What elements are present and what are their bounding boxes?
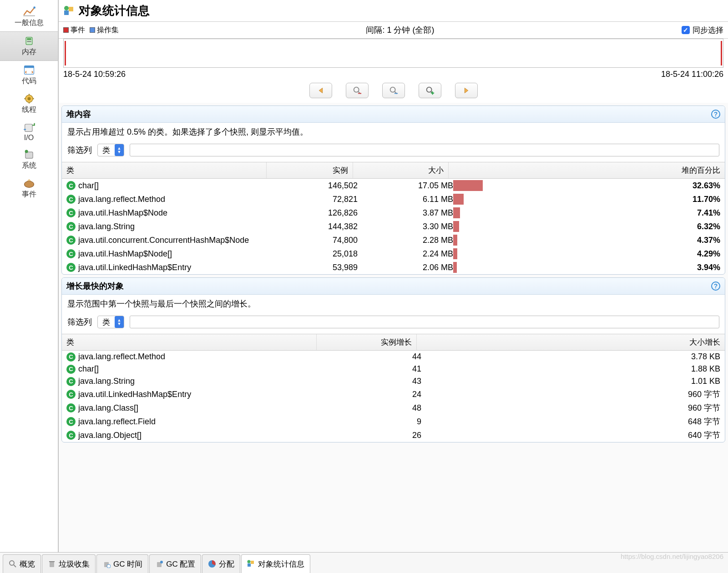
bottom-tabs: 概览 垃圾收集 GC 时间 GC 配置 分配 对象统计信息 — [0, 552, 728, 573]
pie-icon — [208, 560, 216, 568]
pct-bar — [453, 180, 483, 191]
sidebar-item-events[interactable]: 事件 — [0, 174, 58, 203]
sidebar-item-system[interactable]: 系统 — [0, 146, 58, 174]
svg-point-16 — [354, 87, 359, 92]
sidebar-item-label: 系统 — [22, 161, 36, 171]
tab-gc-config[interactable]: GC 配置 — [149, 554, 201, 573]
col-pct-header[interactable]: 堆的百分比 — [449, 162, 725, 178]
class-icon: C — [66, 249, 76, 258]
tab-gc[interactable]: 垃圾收集 — [42, 554, 96, 573]
svg-rect-22 — [50, 562, 54, 567]
opset-swatch-icon — [90, 27, 95, 33]
sync-select-checkbox[interactable]: ✓ 同步选择 — [682, 25, 723, 35]
event-swatch-icon — [63, 27, 69, 33]
sidebar-item-label: 事件 — [22, 190, 36, 199]
filter-input[interactable] — [130, 316, 719, 328]
nav-prev-button[interactable] — [309, 83, 332, 98]
class-icon: C — [66, 365, 76, 374]
class-icon: C — [66, 263, 76, 272]
tab-overview[interactable]: 概览 — [3, 554, 41, 573]
time-range-row: 18-5-24 10:59:26 18-5-24 11:00:26 — [59, 68, 728, 81]
svg-rect-19 — [394, 93, 397, 94]
sidebar-item-code[interactable]: 代码 — [0, 61, 58, 90]
svg-rect-1 — [23, 15, 35, 16]
timeline[interactable] — [63, 39, 723, 68]
tab-object-stats[interactable]: 对象统计信息 — [241, 554, 310, 573]
table-row[interactable]: Cjava.util.HashMap$Node[]25,0182.24 MB4.… — [62, 247, 725, 261]
io-icon — [23, 122, 35, 133]
svg-rect-23 — [49, 561, 55, 562]
sidebar-item-memory[interactable]: 内存 — [0, 31, 58, 61]
class-icon: C — [66, 222, 76, 231]
table-row[interactable]: Cjava.lang.String431.01 KB — [62, 375, 725, 387]
table-row[interactable]: Cjava.util.concurrent.ConcurrentHashMap$… — [62, 233, 725, 247]
start-time: 18-5-24 10:59:26 — [63, 70, 126, 79]
sidebar-item-label: I/O — [24, 134, 34, 142]
filter-input[interactable] — [130, 144, 719, 156]
filter-select[interactable]: 类 ▲▼ — [97, 316, 124, 328]
zoom-out-button[interactable] — [346, 83, 369, 98]
growth-panel: 增长最快的对象 ? 显示范围中第一个快照与最后一个快照之间的增长。 筛选列 类 … — [61, 277, 725, 442]
col-size-growth-header[interactable]: 大小增长 — [417, 334, 725, 350]
checkbox-checked-icon: ✓ — [682, 26, 690, 34]
page-title: 对象统计信息 — [79, 3, 150, 19]
pct-bar — [453, 235, 457, 246]
sidebar-item-io[interactable]: I/O — [0, 118, 58, 146]
svg-point-12 — [24, 181, 34, 187]
interval-row: 事件 操作集 间隔: 1 分钟 (全部) ✓ 同步选择 — [59, 22, 728, 39]
sidebar-item-label: 一般信息 — [15, 18, 44, 28]
zoom-in-button[interactable] — [419, 83, 441, 98]
table-row[interactable]: Cjava.lang.String144,3823.30 MB6.32% — [62, 220, 725, 233]
col-class-header[interactable]: 类 — [62, 334, 317, 350]
tab-allocation[interactable]: 分配 — [202, 554, 240, 573]
sidebar-item-label: 线程 — [22, 105, 36, 115]
select-arrows-icon: ▲▼ — [115, 144, 124, 156]
svg-rect-9 — [25, 124, 32, 131]
svg-point-21 — [10, 561, 14, 565]
class-icon: C — [66, 390, 76, 399]
class-icon: C — [66, 195, 76, 204]
table-row[interactable]: Cjava.lang.Object[]26640 字节 — [62, 428, 725, 442]
svg-point-11 — [25, 150, 28, 153]
svg-rect-13 — [64, 10, 69, 15]
svg-point-31 — [248, 560, 251, 563]
help-icon[interactable]: ? — [711, 110, 720, 119]
heap-table-header: 类 实例 大小 堆的百分比 — [62, 162, 725, 179]
pct-bar — [453, 221, 459, 232]
table-row[interactable]: Cjava.util.HashMap$Node126,8263.87 MB7.4… — [62, 206, 725, 220]
heap-panel-title: 堆内容 — [66, 109, 91, 120]
table-row[interactable]: Cjava.lang.reflect.Field9648 字节 — [62, 415, 725, 428]
col-instances-header[interactable]: 实例 — [267, 162, 353, 178]
svg-rect-4 — [27, 41, 31, 42]
svg-point-25 — [107, 564, 111, 568]
class-icon: C — [66, 417, 76, 426]
table-row[interactable]: Cchar[]146,50217.05 MB32.63% — [62, 179, 725, 192]
overview-icon — [9, 560, 17, 568]
sidebar-item-general[interactable]: 一般信息 — [0, 3, 58, 31]
col-class-header[interactable]: 类 — [62, 162, 267, 178]
trash-icon — [48, 560, 56, 568]
table-row[interactable]: Cchar[]411.88 KB — [62, 363, 725, 375]
col-size-header[interactable]: 大小 — [353, 162, 449, 178]
col-inst-growth-header[interactable]: 实例增长 — [317, 334, 417, 350]
sidebar: 一般信息 内存 代码 线程 I/O 系统 事件 — [0, 0, 58, 552]
heap-table-body: Cchar[]146,50217.05 MB32.63%Cjava.lang.r… — [62, 179, 725, 274]
timeline-start-marker — [65, 41, 66, 65]
tab-gc-time[interactable]: GC 时间 — [96, 554, 148, 573]
growth-panel-desc: 显示范围中第一个快照与最后一个快照之间的增长。 — [62, 295, 725, 313]
zoom-reset-button[interactable] — [382, 83, 405, 98]
sidebar-item-threads[interactable]: 线程 — [0, 90, 58, 118]
table-row[interactable]: Cjava.lang.Class[]48960 字节 — [62, 401, 725, 415]
class-icon: C — [66, 377, 76, 386]
nav-next-button[interactable] — [455, 83, 478, 98]
table-row[interactable]: Cjava.util.LinkedHashMap$Entry53,9892.06… — [62, 261, 725, 274]
svg-point-27 — [160, 561, 163, 563]
table-row[interactable]: Cjava.lang.reflect.Method443.78 KB — [62, 351, 725, 363]
filter-select[interactable]: 类 ▲▼ — [97, 144, 124, 156]
class-icon: C — [66, 352, 76, 362]
heap-panel-desc: 显示占用堆超过 0.5% 的类。如果选择了多个快照, 则显示平均值。 — [62, 123, 725, 141]
table-row[interactable]: Cjava.util.LinkedHashMap$Entry24960 字节 — [62, 387, 725, 401]
table-row[interactable]: Cjava.lang.reflect.Method72,8216.11 MB11… — [62, 192, 725, 206]
svg-rect-30 — [251, 561, 254, 564]
help-icon[interactable]: ? — [711, 281, 720, 291]
